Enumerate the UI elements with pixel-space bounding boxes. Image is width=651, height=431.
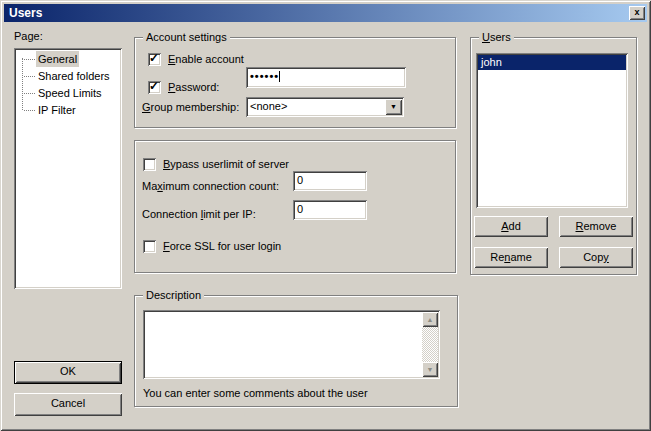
checkmark-icon: ✓ [149,51,159,65]
remove-user-button[interactable]: Remove [559,216,633,237]
password-input[interactable]: •••••• [246,67,406,88]
bypass-userlimit-checkbox[interactable]: ✓ [143,158,156,171]
add-user-button[interactable]: Add [474,216,548,237]
users-dialog: Users x Page: General Shared folders Spe… [0,0,651,431]
tree-item-shared-folders[interactable]: Shared folders [16,68,120,85]
description-hint: You can enter some comments about the us… [143,387,368,399]
max-connection-count-label: Maximum connection count: [142,180,279,192]
window-title: Users [9,6,42,20]
scroll-down-icon[interactable]: ▼ [422,362,438,377]
tree-item-speed-limits[interactable]: Speed Limits [16,85,120,102]
enable-account-label: Enable account [168,53,244,65]
force-ssl-checkbox[interactable]: ✓ [143,240,156,253]
chevron-down-icon[interactable]: ▼ [385,99,402,115]
text-cursor [279,71,280,82]
group-membership-select[interactable]: <none> ▼ [246,97,404,117]
page-tree[interactable]: General Shared folders Speed Limits IP F… [14,48,122,289]
scroll-up-icon[interactable]: ▲ [422,312,438,327]
page-label: Page: [14,30,43,42]
users-group-title: Users [479,30,514,44]
checkmark-icon: ✓ [149,79,159,93]
description-group-title: Description [143,288,204,302]
max-connection-count-input[interactable]: 0 [293,171,367,191]
ok-button[interactable]: OK [14,361,122,384]
enable-account-checkbox[interactable]: ✓ [148,53,161,66]
rename-user-button[interactable]: Rename [474,247,548,268]
password-checkbox[interactable]: ✓ [148,81,161,94]
users-listbox[interactable]: john [476,53,628,208]
list-item[interactable]: john [478,55,626,70]
tree-item-ip-filter[interactable]: IP Filter [16,102,120,119]
password-label: Password: [168,81,219,93]
vertical-scrollbar[interactable]: ▲ ▼ [422,312,438,377]
connection-limit-per-ip-label: Connection limit per IP: [142,208,256,220]
close-icon[interactable]: x [629,6,645,20]
tree-item-general[interactable]: General [16,51,120,68]
account-settings-group-title: Account settings [143,30,230,44]
copy-user-button[interactable]: Copy [559,247,633,268]
description-textarea[interactable]: ▲ ▼ [143,310,440,379]
title-bar[interactable]: Users x [4,4,647,22]
force-ssl-label: Force SSL for user login [163,240,281,252]
bypass-userlimit-label: Bypass userlimit of server [163,158,289,170]
connection-limit-per-ip-input[interactable]: 0 [293,200,367,220]
group-membership-label: Group membership: [142,101,239,113]
cancel-button[interactable]: Cancel [14,393,122,416]
